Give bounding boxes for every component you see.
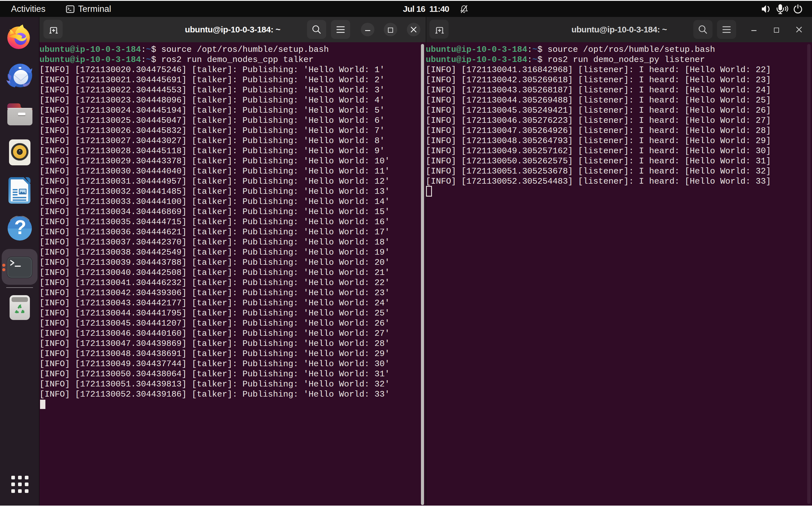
svg-text:?: ? — [14, 216, 27, 238]
